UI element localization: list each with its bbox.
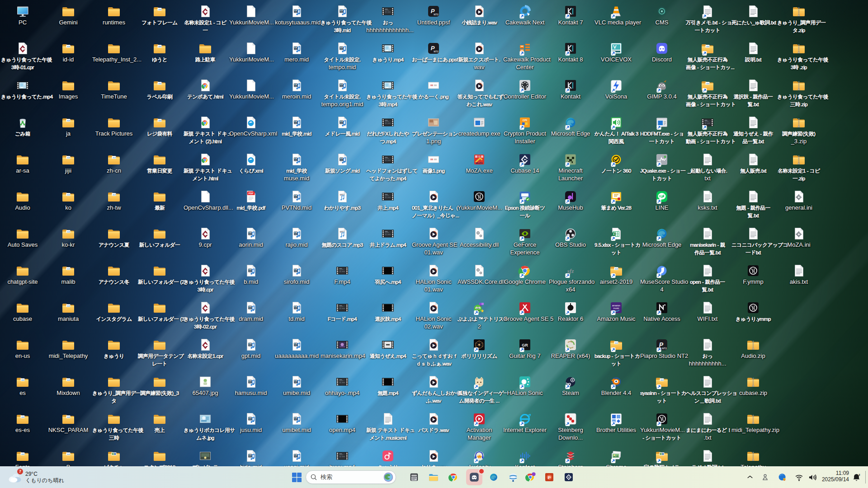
- svg-text:z: z: [859, 473, 860, 476]
